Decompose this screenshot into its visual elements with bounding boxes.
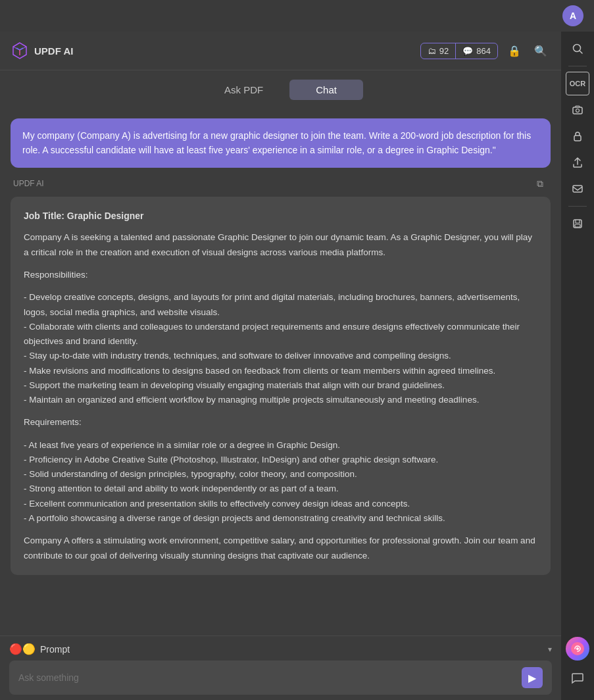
top-bar: A [0, 0, 594, 32]
ai-sender-label: UPDF AI [13, 179, 44, 188]
ai-response-container: UPDF AI ⧉ Job Title: Graphic Designer Co… [11, 176, 551, 574]
sidebar-search-icon[interactable] [566, 37, 589, 61]
copy-button[interactable]: ⧉ [532, 176, 548, 191]
sidebar-chat-bubble-icon[interactable] [566, 666, 589, 689]
updf-logo-icon [11, 41, 29, 60]
ai-para1: Company A is seeking a talented and pass… [24, 230, 537, 260]
ai-responsibilities: - Develop creative concepts, designs, an… [24, 290, 537, 407]
svg-rect-4 [574, 136, 581, 141]
sidebar-ai-icon[interactable] [566, 637, 589, 661]
svg-point-9 [576, 647, 579, 650]
prompt-chevron-icon[interactable]: ▾ [548, 645, 552, 654]
sidebar-divider-1 [568, 66, 587, 66]
stats-badge: 🗂 92 💬 864 [420, 43, 498, 59]
right-sidebar: OCR [561, 32, 594, 700]
prompt-dots-icon: 🔴🟡 [9, 643, 36, 655]
header: UPDF AI 🗂 92 💬 864 🔒 🔍 [0, 32, 561, 70]
svg-rect-5 [573, 186, 582, 192]
svg-rect-7 [575, 224, 580, 227]
send-icon: ▶ [528, 672, 536, 684]
chat-area: My company (Company A) is advertising fo… [0, 108, 561, 636]
ai-closing: Company A offers a stimulating work envi… [24, 534, 537, 563]
sidebar-divider-2 [568, 206, 587, 207]
prompt-left: 🔴🟡 Prompt [9, 643, 70, 655]
pdf-icon: 🗂 [428, 46, 436, 56]
tab-chat[interactable]: Chat [289, 80, 363, 100]
header-right: 🗂 92 💬 864 🔒 🔍 [420, 41, 551, 61]
ai-responsibilities-header: Responsibilities: [24, 268, 537, 282]
stat-chat-count: 💬 864 [456, 43, 497, 59]
lock-header-icon[interactable]: 🔒 [505, 41, 524, 61]
prompt-label: Prompt [40, 644, 70, 655]
chat-count-icon: 💬 [462, 46, 473, 56]
main-container: UPDF AI 🗂 92 💬 864 🔒 🔍 Ask PDF Chat M [0, 32, 561, 700]
search-header-icon[interactable]: 🔍 [531, 41, 551, 61]
sidebar-save-icon[interactable] [566, 212, 589, 236]
user-avatar[interactable]: A [562, 5, 583, 26]
sidebar-ocr-icon[interactable]: OCR [566, 72, 589, 95]
svg-point-3 [576, 109, 580, 113]
svg-rect-2 [573, 107, 582, 114]
sidebar-scan-icon[interactable] [566, 98, 589, 122]
svg-line-1 [580, 51, 583, 54]
logo-text: UPDF AI [34, 45, 73, 57]
tab-ask-pdf[interactable]: Ask PDF [198, 80, 289, 100]
ai-label-row: UPDF AI ⧉ [11, 176, 551, 194]
sidebar-share-icon[interactable] [566, 151, 589, 174]
tabs-container: Ask PDF Chat [0, 70, 561, 108]
chat-input[interactable] [18, 672, 516, 683]
ai-requirements: - At least five years of experience in a… [24, 438, 537, 526]
sidebar-mail-icon[interactable] [566, 177, 589, 201]
svg-point-0 [574, 45, 581, 52]
job-title: Job Title: Graphic Designer [24, 209, 537, 224]
user-message: My company (Company A) is advertising fo… [11, 118, 551, 168]
prompt-row: 🔴🟡 Prompt ▾ [9, 643, 552, 655]
sidebar-lock-icon[interactable] [566, 124, 589, 148]
input-row: ▶ [9, 661, 552, 695]
send-button[interactable]: ▶ [522, 667, 543, 688]
stat-pdf-count: 🗂 92 [421, 43, 456, 59]
ai-requirements-header: Requirements: [24, 415, 537, 430]
ai-message-body: Job Title: Graphic Designer Company A is… [11, 197, 551, 574]
bottom-bar: 🔴🟡 Prompt ▾ ▶ [0, 636, 561, 700]
logo-area: UPDF AI [11, 41, 73, 60]
